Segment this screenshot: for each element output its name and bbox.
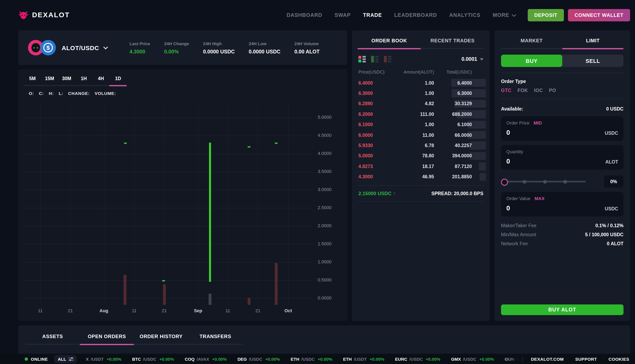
x-axis-label: 21: [68, 308, 73, 313]
timeframe-1d[interactable]: 1D: [110, 72, 127, 85]
order-book-row[interactable]: 6.000011.0066.0000: [358, 130, 484, 140]
ticker-item[interactable]: X/USDT+0.00%: [86, 356, 122, 361]
timeframe-5m[interactable]: 5M: [24, 72, 41, 85]
bottom-tab-order-history[interactable]: ORDER HISTORY: [134, 330, 188, 344]
v-gridline: [40, 102, 41, 305]
connect-wallet-button[interactable]: CONNECT WALLET: [568, 9, 630, 21]
nav-item-swap[interactable]: SWAP: [335, 12, 351, 18]
order-book-row[interactable]: 6.28904.8230.3129: [358, 98, 484, 109]
timeframe-1h[interactable]: 1H: [75, 72, 92, 85]
footer-link-cookies[interactable]: COOKIES: [608, 356, 629, 361]
bottom-tabs: ASSETSOPEN ORDERSORDER HISTORYTRANSFERS: [26, 330, 243, 345]
order-book-row[interactable]: 5.000078.80394.0000: [358, 150, 484, 161]
book-view-bids-icon[interactable]: [371, 56, 379, 63]
order-value-input[interactable]: 0: [506, 204, 510, 212]
brand[interactable]: DEXALOT: [18, 11, 70, 20]
top-navbar: DEXALOT DASHBOARDSWAPTRADELEADERBOARDANA…: [0, 0, 635, 30]
footer-links: DEXALOT.COMSUPPORTCOOKIES: [531, 356, 629, 361]
order-book-row[interactable]: 4.827318.1787.7120: [358, 161, 484, 172]
footer-link-support[interactable]: SUPPORT: [575, 356, 597, 361]
order-book-row[interactable]: 6.2000111.00688.2000: [358, 109, 484, 119]
ticker-pair: BTC: [132, 356, 141, 361]
ask-price: 4.8273: [358, 164, 396, 169]
slider-dot-75[interactable]: [563, 180, 567, 184]
nav-item-dashboard[interactable]: DASHBOARD: [287, 12, 322, 18]
order-type-ioc[interactable]: IOC: [534, 88, 543, 93]
x-axis-label: Aug: [100, 308, 108, 313]
timeframe-15m[interactable]: 15M: [41, 72, 58, 85]
y-axis-label: 4.5000: [318, 133, 331, 138]
h-gridline: [24, 208, 313, 208]
nav-item-analytics[interactable]: ANALYTICS: [449, 12, 480, 18]
nav-item-trade[interactable]: TRADE: [363, 12, 382, 18]
caret-down-icon: [480, 58, 483, 60]
max-button[interactable]: MAX: [534, 196, 544, 201]
tab-recent-trades[interactable]: RECENT TRADES: [421, 34, 484, 48]
pair-name: ALOT/USDC: [62, 44, 99, 51]
ticker-filter-all[interactable]: ALL: [55, 355, 77, 363]
order-type-gtc[interactable]: GTC: [501, 88, 511, 93]
slider-dot-50[interactable]: [543, 180, 547, 184]
footer-link-dexalot-com[interactable]: DEXALOT.COM: [531, 356, 564, 361]
deposit-button[interactable]: DEPOSIT: [528, 9, 564, 21]
slider-track[interactable]: [504, 181, 586, 182]
order-book-row[interactable]: 6.10001.006.1000: [358, 119, 484, 130]
ticker-item[interactable]: GUN/USDC+0.00%: [505, 356, 520, 361]
bottom-tab-open-orders[interactable]: OPEN ORDERS: [80, 330, 134, 344]
order-value-field[interactable]: Order ValueMAX 0USDC: [501, 192, 623, 216]
order-price-field[interactable]: Order PriceMID 0USDC: [501, 116, 623, 141]
slider-dot-25[interactable]: [523, 180, 526, 184]
bottom-tab-assets[interactable]: ASSETS: [26, 330, 80, 344]
order-type-fok[interactable]: FOK: [517, 88, 528, 93]
book-column-headers: Price(USDC) Amount(ALOT) Total(USDC): [358, 70, 484, 74]
order-book-row[interactable]: 6.30001.006.3000: [358, 88, 484, 98]
ticker-item[interactable]: BTC/USDC+0.00%: [132, 356, 174, 361]
tick-size-select[interactable]: 0.0001: [461, 56, 483, 62]
ticker-item[interactable]: DEG/USDC+0.00%: [238, 356, 280, 361]
y-axis-label: 3.0000: [318, 187, 331, 192]
ticker-change: +0.00%: [318, 356, 332, 361]
sell-toggle[interactable]: SELL: [562, 55, 623, 67]
timeframe-30m[interactable]: 30M: [58, 72, 75, 85]
slider-handle[interactable]: [501, 179, 508, 186]
ticker-item[interactable]: ETH/USDT+0.00%: [343, 356, 384, 361]
trade-tabs: MARKET LIMIT: [501, 34, 623, 49]
order-book-row[interactable]: 6.40001.006.4000: [358, 78, 484, 88]
ask-price: 5.0000: [358, 154, 396, 158]
depth-bar: [480, 173, 486, 181]
buy-toggle[interactable]: BUY: [501, 55, 562, 67]
book-view-asks-icon[interactable]: [384, 56, 391, 63]
nav-item-more[interactable]: MORE: [493, 12, 516, 18]
y-axis-label: 3.5000: [318, 169, 331, 174]
timeframe-4h[interactable]: 4H: [92, 72, 109, 85]
pair-selector[interactable]: ALOT/USDC: [62, 44, 108, 51]
book-view-both-icon[interactable]: [358, 56, 366, 63]
v-gridline: [228, 102, 228, 305]
pair-header-panel: $ ALOT/USDC Last Price4.300024H Change0.…: [18, 30, 347, 65]
order-price-input[interactable]: 0: [506, 129, 510, 136]
tab-order-book[interactable]: ORDER BOOK: [358, 34, 421, 48]
quantity-field[interactable]: Quantity 0ALOT: [501, 145, 623, 170]
ticker-item[interactable]: EURC/USDC+0.00%: [395, 356, 440, 361]
quantity-input[interactable]: 0: [506, 158, 510, 165]
ask-total: 30.3129: [434, 101, 472, 106]
order-book-row[interactable]: 5.93306.7840.2257: [358, 140, 484, 151]
order-type-po[interactable]: PO: [549, 88, 556, 93]
ohlc-item: L:: [59, 91, 63, 96]
ticker-item[interactable]: COQ/AVAX+0.00%: [185, 356, 227, 361]
ticker-item[interactable]: GMX/USDC+0.00%: [451, 356, 494, 361]
ask-price: 6.2890: [358, 101, 396, 106]
order-type-options: GTCFOKIOCPO: [501, 88, 623, 93]
chart-plot[interactable]: 5.00004.50004.00003.50003.00002.50002.00…: [24, 102, 313, 305]
buy-alot-button[interactable]: BUY ALOT: [501, 304, 623, 315]
order-book-panel: ORDER BOOK RECENT TRADES 0.0001: [352, 30, 490, 321]
tab-limit[interactable]: LIMIT: [562, 34, 623, 48]
mid-button[interactable]: MID: [534, 120, 542, 125]
online-label: ONLINE: [31, 356, 48, 361]
order-book-row[interactable]: 4.300046.95201.8850: [358, 172, 484, 182]
bottom-tab-transfers[interactable]: TRANSFERS: [188, 330, 243, 344]
h-gridline: [24, 190, 313, 190]
tab-market[interactable]: MARKET: [501, 34, 562, 48]
nav-item-leaderboard[interactable]: LEADERBOARD: [394, 12, 437, 18]
ticker-item[interactable]: ETH/USDC+0.00%: [291, 356, 332, 361]
